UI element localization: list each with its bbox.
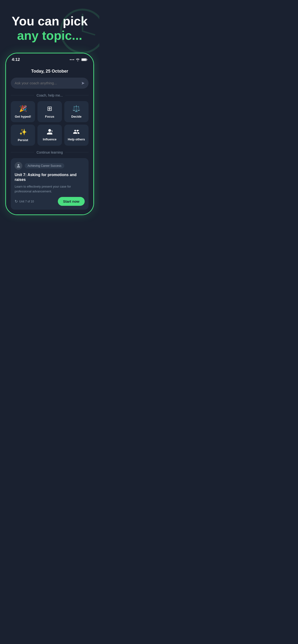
persist-label: Persist xyxy=(18,138,28,142)
screen-content: Today, 25 October ➤ Coach, help me... 🎉 … xyxy=(6,64,93,215)
persist-icon: ✨ xyxy=(19,128,27,136)
topic-card-get-hyped[interactable]: 🎉 Get hyped! xyxy=(11,101,35,122)
search-bar[interactable]: ➤ xyxy=(11,78,89,89)
phone-frame: 4:12 Today, 25 October xyxy=(5,53,94,216)
date-header: Today, 25 October xyxy=(11,69,89,74)
topics-grid: 🎉 Get hyped! ⊞ Focus ⚖️ Decide ✨ Persist xyxy=(11,101,89,146)
svg-rect-4 xyxy=(82,59,86,60)
card-tag-row: Achieving Career Success xyxy=(15,162,85,170)
decide-label: Decide xyxy=(71,115,82,118)
svg-line-2 xyxy=(83,31,95,35)
progress-info: ↻ Unit 7 of 10 xyxy=(15,199,34,204)
status-bar: 4:12 xyxy=(6,54,93,64)
decide-icon: ⚖️ xyxy=(72,105,80,112)
topic-card-help-others[interactable]: Help others xyxy=(64,124,89,146)
focus-icon: ⊞ xyxy=(47,105,52,112)
card-course-tag: Achieving Career Success xyxy=(25,163,64,168)
hero-section: You can pick any topic... xyxy=(0,0,99,53)
help-others-label: Help others xyxy=(68,138,85,141)
divider-right xyxy=(65,95,89,95)
signal-icon xyxy=(70,59,74,60)
wifi-icon xyxy=(76,58,80,61)
svg-point-0 xyxy=(61,10,99,53)
continue-divider-right xyxy=(65,152,89,152)
status-icons xyxy=(70,58,88,61)
continue-section-label: Continue learning xyxy=(37,150,63,154)
clock-background-icon xyxy=(59,7,99,53)
svg-rect-5 xyxy=(87,59,87,60)
continue-divider-left xyxy=(11,152,34,152)
battery-icon xyxy=(81,58,88,61)
card-footer: ↻ Unit 7 of 10 Start now xyxy=(15,197,85,206)
get-hyped-label: Get hyped! xyxy=(15,115,31,118)
help-others-icon xyxy=(73,128,80,135)
influence-icon xyxy=(46,128,53,135)
card-description: Learn to effectively present your case f… xyxy=(15,184,85,194)
phone-screen: 4:12 Today, 25 October xyxy=(6,54,93,215)
coach-section-divider: Coach, help me... xyxy=(11,94,89,97)
focus-label: Focus xyxy=(45,115,54,118)
search-input[interactable] xyxy=(15,81,79,85)
topic-card-decide[interactable]: ⚖️ Decide xyxy=(64,101,89,122)
divider-left xyxy=(11,95,34,95)
send-button[interactable]: ➤ xyxy=(81,80,85,86)
coach-section-label: Coach, help me... xyxy=(37,94,63,97)
start-now-button[interactable]: Start now xyxy=(58,197,85,206)
topic-card-persist[interactable]: ✨ Persist xyxy=(11,124,35,146)
get-hyped-icon: 🎉 xyxy=(19,105,27,112)
avatar xyxy=(15,162,22,170)
progress-icon: ↻ xyxy=(15,199,18,204)
status-time: 4:12 xyxy=(12,57,20,62)
continue-divider: Continue learning xyxy=(11,150,89,154)
progress-text: Unit 7 of 10 xyxy=(19,200,34,203)
card-title: Unit 7: Asking for promotions and raises xyxy=(15,172,85,182)
avatar-person-icon xyxy=(16,164,21,168)
topic-card-influence[interactable]: Influence xyxy=(37,124,62,146)
learning-card: Achieving Career Success Unit 7: Asking … xyxy=(11,158,89,210)
continue-learning-section: Continue learning Achieving Career Succe… xyxy=(11,150,89,210)
influence-label: Influence xyxy=(43,138,56,141)
topic-card-focus[interactable]: ⊞ Focus xyxy=(37,101,62,122)
